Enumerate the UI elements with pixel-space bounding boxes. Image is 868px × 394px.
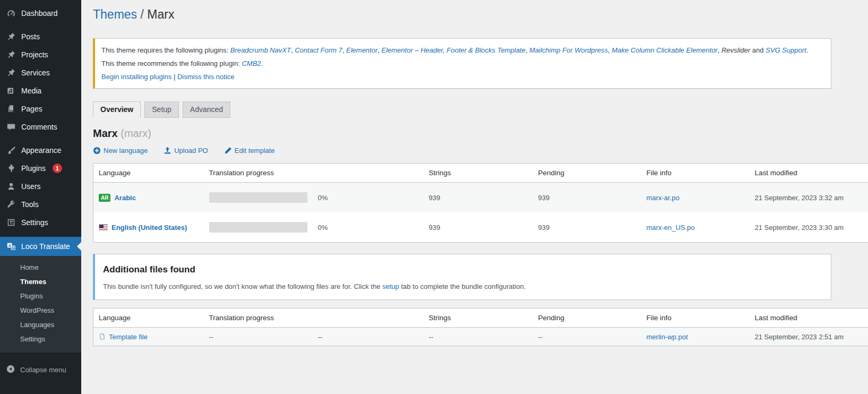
languages-table: Language Translation progress Strings Pe… (93, 163, 868, 243)
plugin-link[interactable]: CMB2 (242, 59, 261, 67)
upload-po-button[interactable]: Upload PO (164, 147, 208, 155)
plus-circle-icon (93, 147, 101, 155)
plugin-link[interactable]: SVG Support (766, 46, 806, 54)
table-row-template-file: Template file -- -- -- -- merlin-wp.pot … (93, 328, 868, 346)
sidebar-item-pages[interactable]: Pages (0, 100, 81, 118)
breadcrumb: Themes / Marx (93, 5, 868, 23)
plugins-required-notice: This theme requires the following plugin… (93, 38, 831, 89)
dismiss-notice-link[interactable]: Dismiss this notice (177, 73, 235, 81)
plugin-link[interactable]: Breadcrumb NavXT (230, 46, 291, 54)
table-header-row: Language Translation progress Strings Pe… (93, 164, 868, 183)
breadcrumb-separator: / (140, 7, 143, 21)
menu-separator (0, 232, 81, 237)
pot-file-link[interactable]: merlin-wp.pot (647, 333, 688, 341)
begin-installing-plugins-link[interactable]: Begin installing plugins (101, 73, 171, 81)
svg-text:A: A (8, 243, 11, 248)
bundle-toolbar: New language Upload PO Edit template (93, 147, 868, 155)
plugin-link[interactable]: Mailchimp For Wordpress (529, 46, 608, 54)
col-file-info: File info (641, 309, 750, 328)
po-file-link[interactable]: marx-ar.po (647, 194, 680, 202)
loco-submenu: Home Themes Plugins WordPress Languages … (0, 256, 81, 353)
brush-icon (6, 145, 16, 156)
file-info-cell: marx-ar.po (641, 183, 750, 213)
template-file-link[interactable]: Template file (109, 333, 148, 341)
tab-advanced[interactable]: Advanced (183, 101, 230, 118)
col-file-info: File info (641, 164, 750, 183)
notice-actions: Begin installing plugins | Dismiss this … (101, 72, 824, 81)
sidebar-item-plugins[interactable]: Plugins 1 (0, 159, 81, 177)
plugin-link[interactable]: Contact Form 7 (295, 46, 342, 54)
plugin-link[interactable]: Elementor – Header, Footer & Blocks Temp… (382, 46, 526, 54)
gauge-icon (6, 8, 16, 19)
progress-bar (209, 192, 307, 203)
col-strings: Strings (424, 164, 533, 183)
breadcrumb-themes-link[interactable]: Themes (93, 7, 137, 21)
menu-separator (0, 136, 81, 141)
submenu-item-themes[interactable]: Themes (0, 275, 81, 289)
upload-icon (164, 147, 171, 155)
sidebar-item-settings[interactable]: Settings (0, 213, 81, 232)
bundle-title: Marx (marx) (93, 127, 868, 140)
plugin-link[interactable]: Elementor (346, 46, 377, 54)
sidebar-item-label: Appearance (21, 145, 62, 156)
document-icon (99, 332, 106, 340)
sidebar-item-label: Posts (21, 32, 40, 42)
pushpin-icon (6, 67, 16, 78)
col-last-modified: Last modified (750, 309, 868, 328)
additional-files-panel: Additional files found This bundle isn't… (93, 254, 831, 300)
english-link[interactable]: English (United States) (111, 224, 187, 232)
sidebar-item-tools[interactable]: Tools (0, 195, 81, 213)
sidebar-item-comments[interactable]: Comments (0, 118, 81, 136)
panel-body: This bundle isn't fully configured, so w… (103, 282, 823, 291)
pages-icon (6, 104, 16, 114)
translate-icon: A (6, 241, 16, 252)
media-icon (6, 85, 16, 96)
submenu-item-settings[interactable]: Settings (0, 332, 81, 346)
sidebar-item-label: Users (21, 182, 41, 192)
bundle-slug: (marx) (121, 127, 151, 139)
sidebar-item-posts[interactable]: Posts (0, 28, 81, 46)
strings-cell: 939 (424, 183, 533, 213)
tab-setup[interactable]: Setup (144, 101, 179, 118)
sidebar-item-dashboard[interactable]: Dashboard (0, 4, 81, 22)
tab-overview[interactable]: Overview (93, 101, 141, 118)
us-flag-icon (99, 224, 108, 230)
sidebar-item-media[interactable]: Media (0, 82, 81, 100)
file-info-cell: merlin-wp.pot (641, 328, 750, 346)
sidebar-item-appearance[interactable]: Appearance (0, 141, 81, 159)
sidebar-item-users[interactable]: Users (0, 177, 81, 195)
admin-sidebar: Dashboard Posts Projects Services (0, 0, 81, 394)
panel-title: Additional files found (103, 264, 823, 276)
menu-separator (0, 22, 81, 28)
percent-cell: 0% (313, 183, 424, 213)
bundle-tabs: Overview Setup Advanced (93, 101, 868, 118)
collapse-menu-button[interactable]: Collapse menu (0, 360, 81, 380)
sidebar-item-services[interactable]: Services (0, 64, 81, 82)
wrench-icon (6, 199, 16, 210)
plugin-name: Revslider (721, 46, 750, 54)
pushpin-icon (6, 49, 16, 60)
col-pending: Pending (533, 164, 641, 183)
arabic-link[interactable]: Arabic (114, 194, 135, 202)
submenu-item-wordpress[interactable]: WordPress (0, 303, 81, 318)
percent-cell: -- (313, 328, 424, 346)
last-modified-cell: 21 September, 2023 3:30 am (750, 212, 868, 243)
submenu-item-languages[interactable]: Languages (0, 318, 81, 332)
file-info-cell: marx-en_US.po (641, 212, 750, 243)
language-cell: Template file (93, 328, 204, 346)
po-file-link[interactable]: marx-en_US.po (647, 224, 695, 232)
submenu-item-plugins[interactable]: Plugins (0, 289, 81, 303)
collapse-icon (6, 364, 15, 375)
progress-bar-cell (204, 183, 313, 213)
sidebar-item-label: Tools (21, 200, 39, 210)
col-last-modified: Last modified (750, 164, 868, 183)
new-language-button[interactable]: New language (93, 147, 148, 155)
progress-bar-cell (204, 212, 313, 243)
language-cell: ARArabic (93, 183, 204, 213)
sidebar-item-loco-translate[interactable]: A Loco Translate (0, 237, 81, 256)
edit-template-button[interactable]: Edit template (224, 147, 275, 155)
submenu-item-home[interactable]: Home (0, 260, 81, 275)
setup-tab-link[interactable]: setup (382, 282, 399, 290)
sidebar-item-projects[interactable]: Projects (0, 46, 81, 64)
plugin-link[interactable]: Make Column Clickable Elementor (612, 46, 717, 54)
